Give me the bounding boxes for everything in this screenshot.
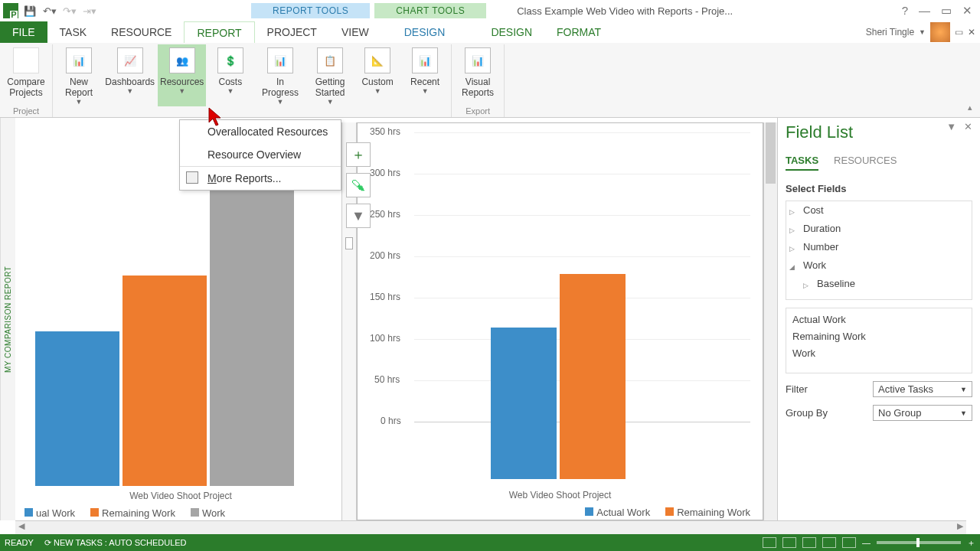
chart-plus-icon[interactable]: ＋ bbox=[346, 142, 371, 167]
chevron-down-icon: ▼ bbox=[960, 409, 967, 417]
tree-work[interactable]: Work bbox=[789, 256, 972, 275]
chevron-down-icon: ▼ bbox=[960, 386, 967, 393]
chart-left-category: Web Video Shoot Project bbox=[24, 486, 337, 504]
side-report-label[interactable]: MY COMPARISON REPORT bbox=[0, 118, 15, 520]
status-ready: READY bbox=[5, 538, 34, 547]
status-scheduling[interactable]: ⟳ NEW TASKS : AUTO SCHEDULED bbox=[44, 538, 187, 548]
filter-select[interactable]: Active Tasks▼ bbox=[873, 381, 972, 397]
user-dropdown-icon[interactable]: ▼ bbox=[919, 28, 926, 36]
view-btn-1[interactable] bbox=[763, 537, 776, 548]
qat-more-icon[interactable]: ⇥▾ bbox=[81, 2, 98, 19]
getting-started-button[interactable]: 📋Getting Started▼ bbox=[307, 44, 353, 106]
dashboards-button[interactable]: 📈Dashboards▼ bbox=[103, 44, 156, 106]
menu-more-reports[interactable]: More Reports... bbox=[180, 166, 341, 190]
pane-close-icon[interactable]: ✕ bbox=[964, 121, 972, 132]
view-btn-2[interactable] bbox=[782, 537, 796, 548]
menu-overallocated-resources[interactable]: Overallocated Resources bbox=[180, 120, 341, 143]
avatar[interactable] bbox=[930, 22, 950, 42]
title-bar: 💾 ↶▾ ↷▾ ⇥▾ REPORT TOOLS CHART TOOLS Clas… bbox=[0, 0, 980, 21]
compare-projects-button[interactable]: Compare Projects bbox=[3, 44, 49, 106]
chart-right[interactable]: 350 hrs 300 hrs 250 hrs 200 hrs 150 hrs … bbox=[357, 122, 763, 520]
app-icon bbox=[3, 3, 18, 18]
horizontal-scrollbar[interactable] bbox=[15, 520, 966, 534]
ribbon-group-project: Compare Projects Project bbox=[0, 44, 53, 117]
save-icon[interactable]: 💾 bbox=[21, 2, 38, 19]
sel-field-remaining[interactable]: Remaining Work bbox=[792, 328, 965, 345]
chart-filter-icon[interactable]: ▼ bbox=[346, 204, 371, 228]
status-bar: READY ⟳ NEW TASKS : AUTO SCHEDULED — ＋ bbox=[0, 534, 980, 551]
resources-dropdown-menu: Overallocated Resources Resource Overvie… bbox=[179, 119, 341, 191]
sel-field-work[interactable]: Work bbox=[792, 345, 965, 362]
zoom-slider[interactable] bbox=[877, 541, 961, 544]
pane-dropdown-icon[interactable]: ▼ bbox=[946, 121, 956, 132]
quick-access-toolbar: 💾 ↶▾ ↷▾ ⇥▾ bbox=[0, 2, 98, 19]
selected-fields[interactable]: Actual Work Remaining Work Work bbox=[786, 308, 972, 373]
group-label-project: Project bbox=[13, 106, 39, 117]
chart-right-plot: 350 hrs 300 hrs 250 hrs 200 hrs 150 hrs … bbox=[362, 126, 758, 485]
pane-title: Field List bbox=[786, 122, 972, 142]
field-list-pane: ▼✕ Field List TASKS RESOURCES Select Fie… bbox=[777, 118, 980, 520]
ribbon-group-export: 📊Visual Reports Export bbox=[452, 44, 505, 117]
pane-tabs: TASKS RESOURCES bbox=[786, 155, 972, 171]
undo-icon[interactable]: ↶▾ bbox=[41, 2, 58, 19]
subwin-close-icon[interactable]: ✕ bbox=[968, 27, 975, 37]
tab-view[interactable]: VIEW bbox=[329, 21, 381, 43]
tree-baseline[interactable]: Baseline bbox=[803, 275, 972, 293]
vertical-scrollbar[interactable] bbox=[763, 122, 777, 520]
zoom-in-icon[interactable]: ＋ bbox=[967, 537, 975, 549]
in-progress-button[interactable]: 📊In Progress▼ bbox=[255, 44, 305, 106]
sel-field-actual[interactable]: Actual Work bbox=[792, 311, 965, 328]
tab-format[interactable]: FORMAT bbox=[544, 21, 613, 43]
ribbon-tabs: FILE TASK RESOURCE REPORT PROJECT VIEW D… bbox=[0, 21, 980, 43]
custom-button[interactable]: 📐Custom▼ bbox=[354, 44, 400, 106]
document-title: Class Example Web Video with Reports - P… bbox=[517, 5, 733, 17]
visual-reports-button[interactable]: 📊Visual Reports bbox=[455, 44, 501, 106]
tab-task[interactable]: TASK bbox=[47, 21, 100, 43]
costs-button[interactable]: 💲Costs▼ bbox=[207, 44, 253, 106]
recent-button[interactable]: 📊Recent▼ bbox=[402, 44, 448, 106]
tab-design-chart[interactable]: DESIGN bbox=[479, 21, 544, 43]
tab-project[interactable]: PROJECT bbox=[255, 21, 329, 43]
tab-report[interactable]: REPORT bbox=[184, 21, 254, 43]
view-btn-5[interactable] bbox=[842, 537, 856, 548]
zoom-out-icon[interactable]: — bbox=[862, 538, 871, 547]
ribbon: Compare Projects Project 📊New Report▼ 📈D… bbox=[0, 43, 980, 118]
close-icon[interactable]: ✕ bbox=[962, 4, 972, 18]
select-fields-label: Select Fields bbox=[786, 183, 972, 194]
more-reports-icon bbox=[186, 171, 198, 184]
field-tree[interactable]: Cost Duration Number Work Baseline bbox=[786, 201, 972, 300]
status-right: — ＋ bbox=[763, 537, 975, 549]
help-icon[interactable]: ? bbox=[902, 4, 908, 18]
subwin-restore-icon[interactable]: ▭ bbox=[955, 27, 963, 37]
filter-row: Filter Active Tasks▼ bbox=[786, 381, 972, 397]
view-btn-3[interactable] bbox=[802, 537, 816, 548]
minimize-icon[interactable]: — bbox=[919, 4, 930, 18]
user-name: Sheri Tingle bbox=[866, 27, 914, 37]
menu-resource-overview[interactable]: Resource Overview bbox=[180, 143, 341, 166]
bar-actual-work-l bbox=[35, 331, 119, 486]
tree-duration[interactable]: Duration bbox=[789, 220, 972, 238]
chart-float-buttons: ＋ 🖌 ▼ bbox=[346, 142, 371, 228]
window-controls: ? — ▭ ✕ bbox=[902, 4, 980, 18]
group-label-export: Export bbox=[466, 106, 490, 117]
tree-number[interactable]: Number bbox=[789, 238, 972, 256]
group-by-row: Group By No Group▼ bbox=[786, 405, 972, 421]
pane-tab-resources[interactable]: RESOURCES bbox=[834, 155, 897, 171]
tab-resource[interactable]: RESOURCE bbox=[99, 21, 184, 43]
new-report-button[interactable]: 📊New Report▼ bbox=[56, 44, 102, 106]
tree-cost[interactable]: Cost bbox=[789, 201, 972, 220]
user-area[interactable]: Sheri Tingle▼ ▭ ✕ bbox=[866, 21, 980, 43]
view-btn-4[interactable] bbox=[822, 537, 836, 548]
filter-label: Filter bbox=[786, 383, 808, 395]
redo-icon[interactable]: ↷▾ bbox=[61, 2, 78, 19]
pane-tab-tasks[interactable]: TASKS bbox=[786, 155, 818, 171]
group-by-label: Group By bbox=[786, 407, 828, 419]
tab-design-report[interactable]: DESIGN bbox=[392, 21, 458, 43]
chart-brush-icon[interactable]: 🖌 bbox=[346, 173, 371, 197]
chart-right-category: Web Video Shoot Project bbox=[362, 485, 758, 504]
restore-icon[interactable]: ▭ bbox=[941, 4, 952, 18]
bar-actual-work-r bbox=[491, 328, 557, 479]
tab-file[interactable]: FILE bbox=[0, 21, 47, 43]
group-by-select[interactable]: No Group▼ bbox=[873, 405, 972, 421]
resources-button[interactable]: 👥Resources▼ bbox=[158, 44, 205, 106]
